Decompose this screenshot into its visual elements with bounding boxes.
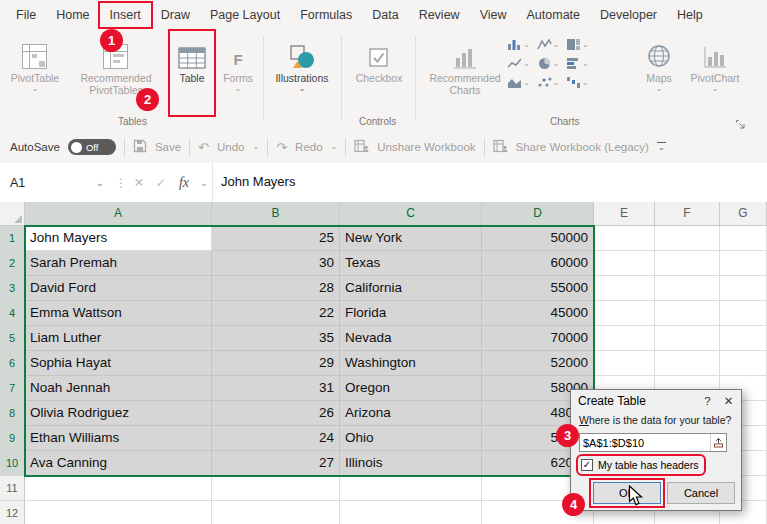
undo-button[interactable]: Undo — [217, 141, 245, 153]
cell-D4[interactable]: 45000 — [482, 301, 594, 326]
scatter-chart-button[interactable]: ⌄ — [533, 76, 562, 89]
cell-C9[interactable]: Ohio — [340, 426, 482, 451]
table-range-value[interactable]: $A$1:$D$10 — [580, 437, 710, 449]
tab-insert[interactable]: Insert — [100, 3, 151, 27]
chevron-down-icon[interactable]: ⌄ — [196, 178, 212, 188]
cell-B10[interactable]: 27 — [212, 451, 340, 476]
name-box[interactable]: A1 — [0, 176, 96, 190]
cell-D3[interactable]: 55000 — [482, 276, 594, 301]
cell-A3[interactable]: David Ford — [25, 276, 212, 301]
cell-F6[interactable] — [655, 351, 720, 376]
cell-G5[interactable] — [720, 326, 767, 351]
tab-view[interactable]: View — [470, 3, 517, 27]
cell-F1[interactable] — [655, 226, 720, 251]
cell-F5[interactable] — [655, 326, 720, 351]
cell-D1[interactable]: 50000 — [482, 226, 594, 251]
resize-handle-icon[interactable]: ⋮ — [114, 176, 128, 190]
checkbox-button[interactable]: Checkbox — [350, 33, 408, 84]
cell-B2[interactable]: 30 — [212, 251, 340, 276]
cell-E4[interactable] — [594, 301, 655, 326]
cell-B8[interactable]: 26 — [212, 401, 340, 426]
tab-file[interactable]: File — [6, 3, 46, 27]
cell-B3[interactable]: 28 — [212, 276, 340, 301]
bar-chart-button[interactable]: ⌄ — [563, 57, 592, 70]
ok-button[interactable]: OK — [593, 482, 661, 504]
cell-B9[interactable]: 24 — [212, 426, 340, 451]
tab-developer[interactable]: Developer — [590, 3, 667, 27]
cell-C8[interactable]: Arizona — [340, 401, 482, 426]
cell-A12[interactable] — [25, 501, 212, 524]
cell-C6[interactable]: Washington — [340, 351, 482, 376]
row-header-11[interactable]: 11 — [0, 476, 25, 501]
column-header-D[interactable]: D — [482, 202, 594, 226]
cell-G6[interactable] — [720, 351, 767, 376]
cell-C5[interactable]: Nevada — [340, 326, 482, 351]
row-header-10[interactable]: 10 — [0, 451, 25, 476]
save-button[interactable]: Save — [155, 141, 181, 153]
column-chart-button[interactable]: ⌄ — [504, 38, 533, 51]
customize-toolbar-icon[interactable]: ⌄ — [657, 142, 666, 152]
cell-C1[interactable]: New York — [340, 226, 482, 251]
pivotchart-button[interactable]: PivotChart ⌄ — [688, 33, 742, 93]
cell-D6[interactable]: 52000 — [482, 351, 594, 376]
area-chart-button[interactable]: ⌄ — [504, 76, 533, 89]
tab-formulas[interactable]: Formulas — [290, 3, 362, 27]
name-box-dropdown-icon[interactable]: ⌄ — [96, 178, 114, 188]
cell-C10[interactable]: Illinois — [340, 451, 482, 476]
insert-function-icon[interactable]: fx — [172, 175, 196, 191]
cell-D2[interactable]: 60000 — [482, 251, 594, 276]
dialog-help-button[interactable]: ? — [697, 395, 718, 407]
cell-A5[interactable]: Liam Luther — [25, 326, 212, 351]
cell-A10[interactable]: Ava Canning — [25, 451, 212, 476]
cell-B1[interactable]: 25 — [212, 226, 340, 251]
cell-A11[interactable] — [25, 476, 212, 501]
cell-G1[interactable] — [720, 226, 767, 251]
range-picker-icon[interactable] — [710, 434, 726, 451]
waterfall-chart-button[interactable]: ⌄ — [563, 76, 592, 89]
chevron-down-icon[interactable]: ⌄ — [253, 143, 260, 151]
row-header-3[interactable]: 3 — [0, 276, 25, 301]
select-all-button[interactable] — [0, 202, 25, 226]
statistic-chart-button[interactable]: ⌄ — [504, 57, 533, 70]
tab-review[interactable]: Review — [409, 3, 470, 27]
tab-automate[interactable]: Automate — [517, 3, 591, 27]
tab-page-layout[interactable]: Page Layout — [200, 3, 290, 27]
cell-F3[interactable] — [655, 276, 720, 301]
row-header-5[interactable]: 5 — [0, 326, 25, 351]
column-header-B[interactable]: B — [212, 202, 340, 226]
recommended-charts-button[interactable]: Recommended Charts — [430, 33, 500, 96]
hierarchy-chart-button[interactable]: ⌄ — [563, 38, 592, 51]
cell-B11[interactable] — [212, 476, 340, 501]
cell-D5[interactable]: 70000 — [482, 326, 594, 351]
column-header-G[interactable]: G — [720, 202, 767, 226]
cell-C12[interactable] — [340, 501, 482, 524]
row-header-4[interactable]: 4 — [0, 301, 25, 326]
table-has-headers-checkbox[interactable]: ✓ — [581, 459, 593, 471]
column-header-A[interactable]: A — [25, 202, 212, 226]
cell-B5[interactable]: 35 — [212, 326, 340, 351]
cancel-icon[interactable]: ✕ — [128, 175, 150, 190]
cell-G4[interactable] — [720, 301, 767, 326]
pie-chart-button[interactable]: ⌄ — [533, 57, 562, 70]
line-area-chart-button[interactable]: ⌄ — [533, 38, 562, 51]
cell-E2[interactable] — [594, 251, 655, 276]
cell-A9[interactable]: Ethan Williams — [25, 426, 212, 451]
cell-F2[interactable] — [655, 251, 720, 276]
forms-button[interactable]: F Forms ⌄ — [216, 33, 260, 93]
cell-F4[interactable] — [655, 301, 720, 326]
column-header-C[interactable]: C — [340, 202, 482, 226]
formula-bar-content[interactable]: John Mayers — [212, 163, 767, 202]
maps-button[interactable]: Maps ⌄ — [638, 33, 680, 93]
cell-C4[interactable]: Florida — [340, 301, 482, 326]
tab-draw[interactable]: Draw — [151, 3, 200, 27]
cell-G3[interactable] — [720, 276, 767, 301]
column-header-F[interactable]: F — [655, 202, 720, 226]
row-header-2[interactable]: 2 — [0, 251, 25, 276]
redo-button[interactable]: Redo — [295, 141, 323, 153]
row-header-7[interactable]: 7 — [0, 376, 25, 401]
cell-G2[interactable] — [720, 251, 767, 276]
chevron-down-icon[interactable]: ⌄ — [331, 143, 338, 151]
tab-data[interactable]: Data — [362, 3, 408, 27]
cell-B6[interactable]: 29 — [212, 351, 340, 376]
dialog-close-icon[interactable]: ✕ — [718, 394, 739, 408]
